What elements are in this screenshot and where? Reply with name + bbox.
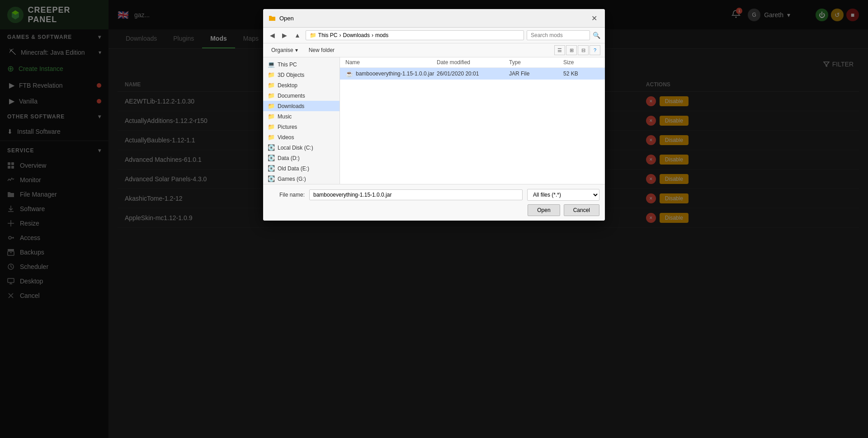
- path-thispc: This PC: [318, 32, 338, 38]
- sidebar-folder-icon: 💽: [268, 155, 275, 161]
- dialog-body: 💻This PC📁3D Objects📁Desktop📁Documents📁Do…: [263, 57, 605, 184]
- dialog-actions: Open Cancel: [269, 204, 599, 216]
- up-button[interactable]: ▲: [292, 31, 303, 40]
- filename-label: File name:: [269, 192, 305, 198]
- dialog-folder-icon: [269, 14, 276, 22]
- search-button[interactable]: 🔍: [593, 32, 600, 39]
- organise-chevron: ▾: [295, 47, 298, 53]
- col-date-header[interactable]: Date modified: [437, 59, 509, 66]
- dialog-sidebar-item[interactable]: 📁Pictures: [263, 122, 340, 132]
- path-downloads: Downloads: [343, 32, 370, 38]
- sidebar-item-label: Games (G:): [278, 176, 306, 182]
- sidebar-folder-icon: 📁: [268, 71, 275, 78]
- dialog-sidebar-item[interactable]: 📁Music: [263, 111, 340, 122]
- path-icon: 📁: [310, 32, 316, 38]
- col-size-header[interactable]: Size: [563, 59, 599, 66]
- search-input[interactable]: [527, 30, 590, 40]
- address-path[interactable]: 📁 This PC › Downloads › mods: [306, 30, 524, 40]
- dialog-sidebar-item[interactable]: 💽Games (G:): [263, 174, 340, 184]
- titlebar-left: Open: [269, 14, 294, 22]
- filename-row: File name: All files (*.*): [269, 189, 599, 201]
- view-grid-button[interactable]: ⊟: [578, 45, 589, 55]
- sidebar-item-label: Old Data (E:): [278, 165, 309, 172]
- filename-input[interactable]: [309, 189, 523, 200]
- sidebar-folder-icon: 💽: [268, 144, 275, 151]
- dialog-sidebar: 💻This PC📁3D Objects📁Desktop📁Documents📁Do…: [263, 57, 340, 184]
- col-type-header[interactable]: Type: [509, 59, 563, 66]
- dialog-files: Name Date modified Type Size ☕ bambooeve…: [340, 57, 605, 184]
- sidebar-item-label: Pictures: [278, 124, 297, 130]
- dialog-titlebar: Open ✕: [263, 9, 605, 28]
- sidebar-folder-icon: 💽: [268, 165, 275, 172]
- sidebar-folder-icon: 📁: [268, 103, 275, 109]
- files-header: Name Date modified Type Size: [340, 57, 605, 68]
- sidebar-item-label: Downloads: [278, 103, 304, 109]
- open-file-dialog: Open ✕ ◀ ▶ ▲ 📁 This PC › Downloads › mod…: [263, 9, 605, 221]
- sidebar-folder-icon: 📁: [268, 113, 275, 120]
- path-sep2: ›: [372, 32, 373, 38]
- file-type: JAR File: [509, 71, 563, 77]
- new-folder-label: New folder: [309, 47, 335, 53]
- view-help-button[interactable]: ?: [590, 45, 600, 55]
- sidebar-folder-icon: 💻: [268, 61, 275, 68]
- sidebar-item-label: Local Disk (C:): [278, 145, 313, 151]
- dialog-overlay: Open ✕ ◀ ▶ ▲ 📁 This PC › Downloads › mod…: [0, 0, 868, 438]
- file-size: 52 KB: [563, 71, 599, 77]
- dialog-sidebar-item[interactable]: 📁Documents: [263, 90, 340, 101]
- sidebar-folder-icon: 📁: [268, 92, 275, 99]
- dialog-title: Open: [279, 15, 294, 22]
- sidebar-item-label: This PC: [278, 61, 297, 68]
- dialog-sidebar-item[interactable]: 📁Videos: [263, 132, 340, 142]
- sidebar-item-label: Videos: [278, 134, 294, 141]
- organise-label: Organise: [271, 47, 293, 53]
- file-name-cell: ☕ bambooeverything-1.15-1.0.0.jar: [345, 70, 437, 77]
- sidebar-folder-icon: 💽: [268, 175, 275, 182]
- dialog-sidebar-item[interactable]: 💻This PC: [263, 59, 340, 70]
- sidebar-folder-icon: 📁: [268, 123, 275, 130]
- dialog-sidebar-item[interactable]: 💽Local Disk (C:): [263, 142, 340, 153]
- sidebar-folder-icon: 📁: [268, 82, 275, 89]
- view-buttons: ☰ ⊞ ⊟ ?: [554, 45, 600, 55]
- sidebar-item-label: 3D Objects: [278, 72, 304, 78]
- sidebar-item-label: Documents: [278, 93, 305, 99]
- sidebar-folder-icon: 📁: [268, 134, 275, 141]
- sidebar-item-label: Data (D:): [278, 155, 300, 161]
- dialog-sidebar-item[interactable]: 📁3D Objects: [263, 70, 340, 80]
- dialog-addressbar: ◀ ▶ ▲ 📁 This PC › Downloads › mods 🔍: [263, 28, 605, 43]
- dialog-sidebar-item[interactable]: 📁Downloads: [263, 101, 340, 111]
- col-name-header[interactable]: Name: [345, 59, 437, 66]
- view-list-button[interactable]: ☰: [554, 45, 565, 55]
- forward-button[interactable]: ▶: [280, 31, 289, 40]
- back-button[interactable]: ◀: [268, 31, 277, 40]
- organise-button[interactable]: Organise ▾: [268, 46, 302, 55]
- path-mods: mods: [375, 32, 388, 38]
- path-sep1: ›: [340, 32, 341, 38]
- jar-icon: ☕: [345, 70, 353, 77]
- file-date: 26/01/2020 20:01: [437, 71, 509, 77]
- dialog-sidebar-item[interactable]: 📁Desktop: [263, 80, 340, 90]
- view-details-button[interactable]: ⊞: [566, 45, 577, 55]
- open-button[interactable]: Open: [528, 204, 560, 216]
- dialog-sidebar-item[interactable]: 💽Data (D:): [263, 153, 340, 163]
- dialog-bottom: File name: All files (*.*) Open Cancel: [263, 184, 605, 221]
- file-row[interactable]: ☕ bambooeverything-1.15-1.0.0.jar 26/01/…: [340, 68, 605, 80]
- dialog-toolbar: Organise ▾ New folder ☰ ⊞ ⊟ ?: [263, 43, 605, 57]
- files-list: ☕ bambooeverything-1.15-1.0.0.jar 26/01/…: [340, 68, 605, 80]
- file-name: bambooeverything-1.15-1.0.0.jar: [356, 71, 434, 77]
- filetype-select[interactable]: All files (*.*): [527, 189, 599, 201]
- new-folder-button[interactable]: New folder: [305, 46, 338, 55]
- sidebar-item-label: Music: [278, 113, 292, 120]
- dialog-sidebar-item[interactable]: 💽Old Data (E:): [263, 163, 340, 174]
- dialog-close-button[interactable]: ✕: [589, 13, 599, 24]
- cancel-button[interactable]: Cancel: [564, 204, 599, 216]
- sidebar-item-label: Desktop: [278, 82, 297, 89]
